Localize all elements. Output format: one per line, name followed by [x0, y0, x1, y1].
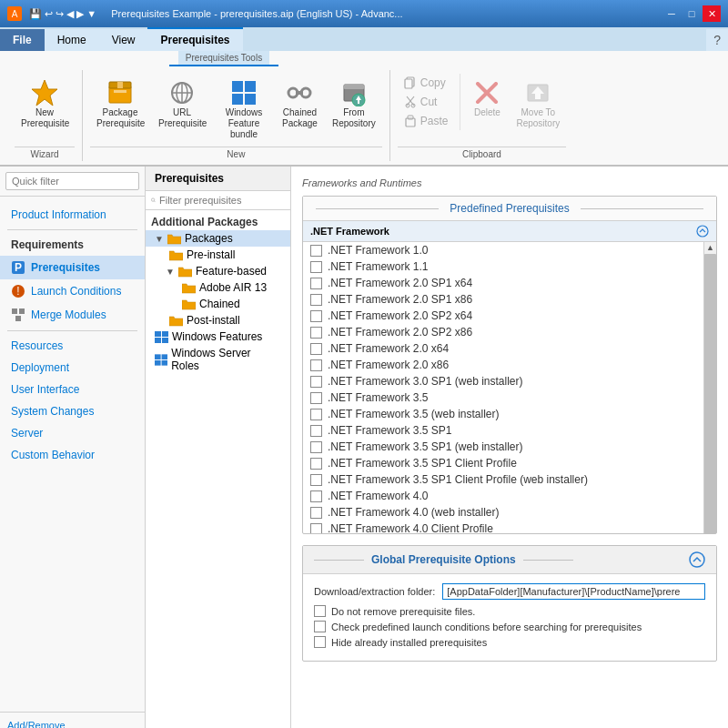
dotnet-item-9[interactable]: .NET Framework 3.5	[303, 389, 703, 406]
dotnet-item-10[interactable]: .NET Framework 3.5 (web installer)	[303, 406, 703, 422]
url-prerequisite-button[interactable]: URLPrerequisite	[152, 74, 212, 134]
nav-prerequisites[interactable]: P Prerequisites	[0, 256, 145, 279]
dotnet-checkbox-8[interactable]	[310, 376, 322, 388]
title-bar: A 💾 ↩ ↪ ◀ ▶ ▼ Prerequisites Example - pr…	[0, 0, 728, 27]
hide-installed-checkbox[interactable]	[314, 636, 326, 648]
dotnet-checkbox-17[interactable]	[310, 523, 322, 534]
dotnet-checkbox-13[interactable]	[310, 458, 322, 470]
dotnet-checkbox-6[interactable]	[310, 343, 322, 355]
quick-filter-input[interactable]	[5, 172, 139, 190]
dotnet-item-12[interactable]: .NET Framework 3.5 SP1 (web installer)	[303, 439, 703, 455]
new-prerequisite-button[interactable]: NewPrerequisite	[15, 74, 75, 134]
dotnet-checkbox-2[interactable]	[310, 278, 322, 289]
paste-button[interactable]: Paste	[398, 112, 455, 130]
chained-package-button[interactable]: ChainedPackage	[276, 74, 324, 134]
tree-postinstall[interactable]: Post-install	[146, 312, 290, 329]
add-remove-link[interactable]: Add/Remove	[0, 712, 145, 728]
svg-point-50	[697, 226, 708, 237]
windows-feature-bundle-button[interactable]: WindowsFeature bundle	[214, 74, 274, 145]
package-prerequisite-button[interactable]: PackagePrerequisite	[90, 74, 150, 134]
tab-view[interactable]: View	[99, 29, 148, 51]
dotnet-checkbox-3[interactable]	[310, 294, 322, 306]
dotnet-checkbox-5[interactable]	[310, 327, 322, 339]
dotnet-checkbox-16[interactable]	[310, 507, 322, 519]
launch-nav-icon: !	[11, 284, 25, 298]
tree-packages[interactable]: ▼ Packages	[146, 230, 290, 247]
close-button[interactable]: ✕	[703, 5, 721, 22]
move-to-repository-button[interactable]: Move ToRepository	[510, 74, 566, 134]
dotnet-item-1[interactable]: .NET Framework 1.1	[303, 258, 703, 275]
dotnet-item-15[interactable]: .NET Framework 4.0	[303, 488, 703, 504]
tab-file[interactable]: File	[0, 29, 45, 51]
dotnet-list: .NET Framework 1.0 .NET Framework 1.1 .N…	[303, 242, 716, 533]
svg-marker-0	[32, 80, 57, 106]
copy-button[interactable]: Copy	[398, 74, 455, 92]
scroll-thumb[interactable]	[704, 254, 716, 533]
windows-bundle-icon	[229, 78, 258, 107]
tree-preinstall[interactable]: Pre-install	[146, 247, 290, 263]
dotnet-item-5[interactable]: .NET Framework 2.0 SP2 x86	[303, 324, 703, 340]
dotnet-checkbox-12[interactable]	[310, 441, 322, 453]
nav-resources[interactable]: Resources	[0, 335, 145, 357]
tree-chained[interactable]: Chained	[146, 296, 290, 312]
nav-merge-modules[interactable]: Merge Modules	[0, 303, 145, 327]
filter-prerequisites-input[interactable]	[159, 195, 285, 206]
nav-launch-conditions[interactable]: ! Launch Conditions	[0, 279, 145, 303]
delete-button[interactable]: Delete	[466, 74, 508, 123]
no-remove-checkbox[interactable]	[314, 605, 326, 617]
dotnet-item-6[interactable]: .NET Framework 2.0 x64	[303, 340, 703, 357]
from-repository-button[interactable]: FromRepository	[326, 74, 382, 134]
tree-adobe-air[interactable]: Adobe AIR 13	[146, 279, 290, 296]
dotnet-checkbox-4[interactable]	[310, 310, 322, 322]
dotnet-checkbox-10[interactable]	[310, 409, 322, 420]
dotnet-item-14[interactable]: .NET Framework 3.5 SP1 Client Profile (w…	[303, 471, 703, 488]
ribbon-context-tab-label: Prerequisites Tools	[178, 51, 269, 65]
dotnet-item-3[interactable]: .NET Framework 2.0 SP1 x86	[303, 291, 703, 308]
tab-home[interactable]: Home	[45, 29, 99, 51]
tree-feature-based[interactable]: ▼ Feature-based	[146, 263, 290, 279]
dotnet-checkbox-11[interactable]	[310, 425, 322, 437]
svg-rect-48	[155, 359, 161, 365]
dotnet-item-2[interactable]: .NET Framework 2.0 SP1 x64	[303, 275, 703, 291]
title-bar-title: Prerequisites Example - prerequisites.ai…	[111, 8, 402, 19]
nav-user-interface[interactable]: User Interface	[0, 379, 145, 400]
nav-product-information[interactable]: Product Information	[0, 204, 145, 226]
dotnet-item-16[interactable]: .NET Framework 4.0 (web installer)	[303, 504, 703, 521]
dotnet-dropdown[interactable]: .NET Framework	[303, 221, 716, 242]
list-scrollbar[interactable]: ▲ ▼	[703, 242, 716, 533]
help-icon[interactable]: ?	[713, 33, 721, 47]
download-folder-input[interactable]	[442, 583, 705, 600]
nav-server[interactable]: Server	[0, 422, 145, 444]
nav-system-changes[interactable]: System Changes	[0, 400, 145, 422]
dotnet-checkbox-9[interactable]	[310, 392, 322, 404]
dotnet-checkbox-15[interactable]	[310, 490, 322, 502]
maximize-button[interactable]: □	[682, 5, 701, 22]
dotnet-checkbox-7[interactable]	[310, 359, 322, 371]
tree-windows-features[interactable]: Windows Features	[146, 329, 290, 345]
dotnet-item-7[interactable]: .NET Framework 2.0 x86	[303, 357, 703, 373]
pkg-prereq-label: PackagePrerequisite	[96, 107, 144, 129]
cut-button[interactable]: Cut	[398, 93, 455, 111]
scroll-up-button[interactable]: ▲	[705, 242, 716, 253]
dotnet-checkbox-0[interactable]	[310, 245, 322, 257]
tree-windows-roles[interactable]: Windows Server Roles	[146, 345, 290, 374]
minimize-button[interactable]: ─	[662, 5, 681, 22]
new-group-label: New	[90, 147, 382, 161]
prereq-nav-icon: P	[11, 260, 25, 275]
dotnet-item-0[interactable]: .NET Framework 1.0	[303, 242, 703, 258]
svg-rect-1	[109, 86, 131, 103]
dotnet-item-4[interactable]: .NET Framework 2.0 SP2 x64	[303, 308, 703, 324]
dotnet-checkbox-1[interactable]	[310, 261, 322, 273]
check-conditions-checkbox[interactable]	[314, 621, 326, 632]
tree-additional-packages[interactable]: Additional Packages	[146, 214, 290, 230]
dotnet-item-17[interactable]: .NET Framework 4.0 Client Profile	[303, 521, 703, 533]
dotnet-item-8[interactable]: .NET Framework 3.0 SP1 (web installer)	[303, 373, 703, 389]
dotnet-item-13[interactable]: .NET Framework 3.5 SP1 Client Profile	[303, 455, 703, 471]
dotnet-checkbox-14[interactable]	[310, 474, 322, 486]
nav-deployment[interactable]: Deployment	[0, 357, 145, 379]
svg-rect-10	[245, 81, 256, 92]
nav-custom-behavior[interactable]: Custom Behavior	[0, 444, 145, 466]
dotnet-item-11[interactable]: .NET Framework 3.5 SP1	[303, 422, 703, 439]
global-options-header[interactable]: Global Prerequisite Options	[303, 546, 716, 574]
tab-prerequisites[interactable]: Prerequisites	[147, 27, 242, 51]
